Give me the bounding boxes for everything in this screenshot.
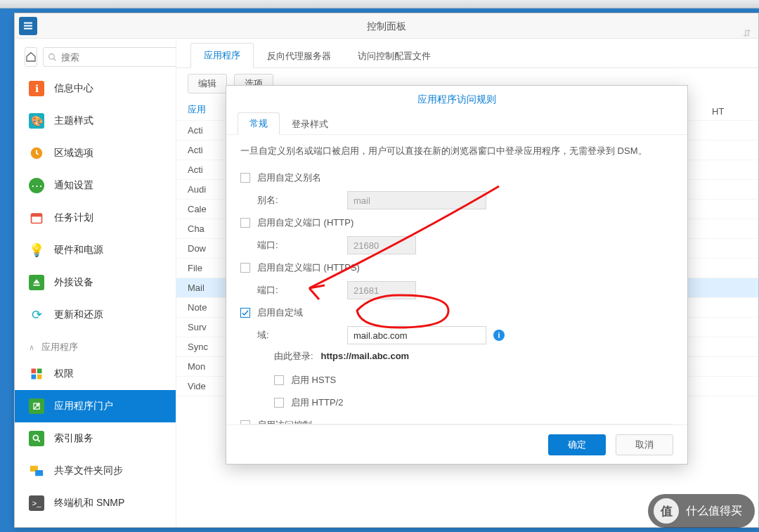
search-doc-icon xyxy=(29,431,44,446)
sidebar-item-app-portal[interactable]: 应用程序门户 xyxy=(15,390,176,422)
clock-icon xyxy=(29,145,44,161)
sidebar-item-label: 通知设置 xyxy=(54,179,93,192)
dialog-tab-general[interactable]: 常规 xyxy=(238,112,280,135)
label-enable-http-port: 启用自定义端口 (HTTP) xyxy=(257,216,353,229)
dialog-title: 应用程序访问规则 xyxy=(226,86,687,112)
sidebar-item-label: 区域选项 xyxy=(54,147,93,160)
tab-access-control[interactable]: 访问控制配置文件 xyxy=(344,44,444,68)
checkbox-enable-hsts[interactable] xyxy=(274,375,284,385)
input-https-port xyxy=(347,281,416,299)
svg-rect-8 xyxy=(33,285,39,286)
sidebar-item-label: 终端机和 SNMP xyxy=(54,497,124,510)
refresh-icon: ⟳ xyxy=(29,307,44,323)
svg-rect-11 xyxy=(32,375,37,379)
svg-rect-16 xyxy=(35,470,43,476)
checkbox-enable-https-port[interactable] xyxy=(240,263,250,273)
sidebar-item-info-center[interactable]: ℹ 信息中心 xyxy=(15,72,176,105)
sidebar-item-label: 硬件和电源 xyxy=(54,244,103,257)
svg-rect-0 xyxy=(24,22,32,24)
palette-icon: 🎨 xyxy=(29,113,44,129)
sidebar-item-label: 索引服务 xyxy=(54,432,93,445)
dialog-help-text: 一旦自定义别名或端口被启用，用户可以直接在新的浏览器窗口中登录应用程序，无需登录… xyxy=(240,145,673,157)
input-domain[interactable] xyxy=(347,326,486,344)
svg-rect-1 xyxy=(24,25,32,27)
sidebar-item-external[interactable]: 外接设备 xyxy=(15,266,176,299)
window-titlebar: 控制面板 ⇵ xyxy=(15,13,758,39)
watermark-badge: 值 xyxy=(654,498,679,524)
svg-rect-12 xyxy=(37,375,42,379)
label-enable-http2: 启用 HTTP/2 xyxy=(291,396,343,409)
sidebar-item-label: 信息中心 xyxy=(54,82,93,95)
bulb-icon: 💡 xyxy=(29,242,44,258)
label-enable-domain: 启用自定域 xyxy=(257,306,303,319)
control-panel-window: 控制面板 ⇵ ℹ 信息中心 🎨 主题样式 xyxy=(14,13,759,528)
sidebar: ℹ 信息中心 🎨 主题样式 区域选项 ⋯ 通知设置 任务计 xyxy=(15,39,176,527)
sidebar-item-label: 权限 xyxy=(54,368,74,380)
sidebar-item-label: 任务计划 xyxy=(54,212,93,224)
label-port-http: 端口: xyxy=(257,239,347,252)
svg-rect-10 xyxy=(37,369,42,374)
input-alias xyxy=(347,191,486,209)
input-http-port xyxy=(347,236,416,254)
sidebar-item-terminal[interactable]: >_ 终端机和 SNMP xyxy=(15,487,176,519)
sidebar-item-label: 应用程序门户 xyxy=(54,400,113,413)
home-button[interactable] xyxy=(25,47,37,67)
sidebar-item-indexing[interactable]: 索引服务 xyxy=(15,422,176,455)
sidebar-item-region[interactable]: 区域选项 xyxy=(15,137,176,169)
sidebar-item-theme[interactable]: 🎨 主题样式 xyxy=(15,105,176,137)
svg-line-4 xyxy=(53,58,56,60)
label-enable-https-port: 启用自定义端口 (HTTPS) xyxy=(257,261,360,274)
chevron-up-icon: ∧ xyxy=(29,343,34,352)
terminal-icon: >_ xyxy=(29,495,44,511)
chat-icon: ⋯ xyxy=(29,178,44,193)
tab-applications[interactable]: 应用程序 xyxy=(190,43,254,68)
sidebar-section-apps[interactable]: ∧ 应用程序 xyxy=(15,331,176,358)
sidebar-item-tasks[interactable]: 任务计划 xyxy=(15,202,176,234)
label-enable-alias: 启用自定义别名 xyxy=(257,171,321,184)
sync-folder-icon xyxy=(29,463,44,479)
sidebar-item-label: 主题样式 xyxy=(54,115,93,127)
login-from-line: 由此登录: https://mail.abc.com xyxy=(274,350,673,363)
checkbox-enable-http-port[interactable] xyxy=(240,218,250,228)
sidebar-item-update[interactable]: ⟳ 更新和还原 xyxy=(15,299,176,331)
dialog-tab-login-style[interactable]: 登录样式 xyxy=(280,113,340,135)
checkbox-enable-http2[interactable] xyxy=(274,398,284,408)
info-icon[interactable]: i xyxy=(493,330,505,341)
sidebar-item-privileges[interactable]: 权限 xyxy=(15,358,176,390)
sidebar-item-notify[interactable]: ⋯ 通知设置 xyxy=(15,169,176,202)
ok-button[interactable]: 确定 xyxy=(548,434,606,455)
search-input[interactable] xyxy=(61,52,176,63)
search-icon xyxy=(48,53,57,62)
label-port-https: 端口: xyxy=(257,284,347,297)
svg-rect-9 xyxy=(32,369,37,374)
col-ht: HT xyxy=(705,106,758,117)
sidebar-item-label: 外接设备 xyxy=(54,276,93,289)
portal-icon xyxy=(29,398,44,414)
sidebar-item-label: 共享文件夹同步 xyxy=(54,465,123,477)
sidebar-item-label: 更新和还原 xyxy=(54,309,103,321)
app-icon xyxy=(19,17,37,35)
svg-point-3 xyxy=(49,53,55,59)
window-title: 控制面板 xyxy=(367,20,406,32)
tab-reverse-proxy[interactable]: 反向代理服务器 xyxy=(254,44,344,68)
watermark-text: 什么值得买 xyxy=(686,504,742,519)
content-tabs: 应用程序 反向代理服务器 访问控制配置文件 xyxy=(176,39,758,68)
sidebar-item-shared-sync[interactable]: 共享文件夹同步 xyxy=(15,455,176,487)
grid-icon xyxy=(29,366,44,382)
svg-rect-2 xyxy=(24,28,32,30)
svg-line-14 xyxy=(37,439,40,442)
watermark: 值 什么值得买 xyxy=(648,494,755,528)
info-icon: ℹ xyxy=(29,81,44,96)
search-box[interactable] xyxy=(43,47,176,67)
checkbox-enable-alias[interactable] xyxy=(240,173,250,183)
filter-icon[interactable]: ⇵ xyxy=(743,20,751,46)
sidebar-item-hardware[interactable]: 💡 硬件和电源 xyxy=(15,234,176,266)
cancel-button[interactable]: 取消 xyxy=(616,434,673,455)
calendar-icon xyxy=(29,210,44,226)
eject-icon xyxy=(29,275,44,290)
checkbox-enable-domain[interactable] xyxy=(240,308,250,318)
app-access-rule-dialog: 应用程序访问规则 常规 登录样式 一旦自定义别名或端口被启用，用户可以直接在新的… xyxy=(226,85,688,465)
label-alias: 别名: xyxy=(257,194,347,207)
edit-button[interactable]: 编辑 xyxy=(188,74,227,93)
label-domain: 域: xyxy=(257,329,347,342)
